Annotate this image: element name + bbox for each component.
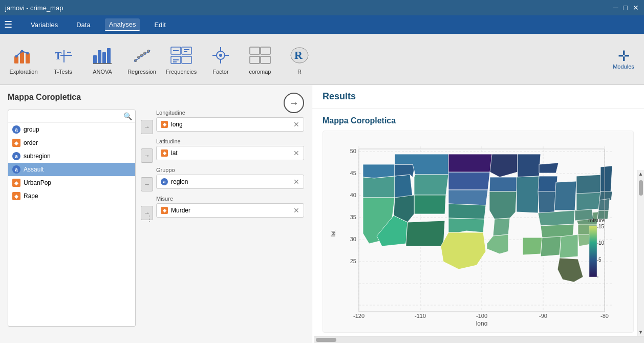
modules-button[interactable]: ✛ Modules [608,37,639,81]
variable-name: subregion [24,153,51,160]
svg-point-4 [21,50,24,52]
scroll-thumb[interactable] [639,180,643,196]
variable-name: group [24,126,39,133]
hamburger-menu[interactable]: ☰ [4,19,12,30]
search-icon[interactable]: 🔍 [123,112,132,120]
svg-marker-75 [414,175,448,195]
svg-text:misure: misure [588,217,605,223]
field-row-latitudine: → Latitudine ◆ lat ✕ [141,138,304,163]
variable-name: Assault [24,166,44,173]
menu-edit[interactable]: Edit [150,19,169,31]
toolbar-exploration[interactable]: Exploration [5,37,42,81]
chart-title: Mappa Coropletica [323,116,634,125]
results-header: Results [312,85,644,109]
minimize-button[interactable]: ─ [613,4,618,12]
svg-text:40: 40 [350,192,356,198]
svg-marker-76 [414,195,446,214]
toolbar-frequencies[interactable]: Frequencies [163,37,200,81]
drag-handle: ⋮ [147,214,152,224]
frequencies-icon [170,44,192,67]
scroll-down-button[interactable]: ▼ [637,328,644,336]
run-button[interactable]: → [284,93,304,113]
horizontal-scrollbar[interactable] [314,336,644,343]
maximize-button[interactable]: □ [624,4,628,12]
field-label-latitudine: Latitudine [156,138,304,144]
field-row-misure: → Misure ◆ Murder ✕ [141,196,304,220]
menu-analyses[interactable]: Analyses [105,18,140,31]
field-box-latitudine: ◆ lat ✕ [156,146,304,160]
svg-text:5: 5 [598,257,602,263]
svg-rect-12 [102,52,106,63]
menu-data[interactable]: Data [72,19,94,31]
svg-marker-82 [448,190,488,205]
svg-text:30: 30 [350,236,356,242]
variable-name: order [24,139,38,146]
ttests-icon: T [52,44,74,67]
svg-marker-108 [576,175,602,194]
svg-marker-89 [493,218,510,236]
scrollbar-thumb[interactable] [316,338,336,342]
list-item[interactable]: ◆ UrbanPop [8,176,135,189]
regression-label: Regression [127,69,156,75]
field-container-gruppo: Gruppo a region ✕ [156,167,304,189]
ttests-label: T-Tests [54,69,72,75]
field-container-misure: Misure ◆ Murder ✕ [156,196,304,218]
panel-title: Mappa Coropletica [8,93,304,102]
field-remove-longitudine[interactable]: ✕ [293,120,299,128]
coromap-label: coromap [249,69,271,75]
var-type-icon: ◆ [12,179,20,187]
scroll-up-button[interactable]: ▲ [637,170,644,178]
list-item[interactable]: a group [8,123,135,136]
field-remove-latitudine[interactable]: ✕ [293,149,299,157]
svg-text:15: 15 [598,224,605,229]
svg-marker-111 [598,199,610,210]
svg-marker-113 [448,154,492,172]
list-item[interactable]: a subregion [8,149,135,163]
svg-rect-37 [261,47,270,54]
svg-marker-100 [541,237,561,256]
svg-marker-69 [363,164,395,178]
arrow-latitudine[interactable]: → [141,148,153,163]
svg-text:35: 35 [350,214,356,220]
menu-variables[interactable]: Variables [27,19,62,31]
vertical-scrollbar[interactable]: ▲ ▼ [637,170,644,336]
field-var-icon: ◆ [161,207,168,214]
field-container-longitudine: Longitudine ◆ long ✕ [156,110,304,132]
list-item[interactable]: ◆ order [8,136,135,149]
results-title: Results [323,91,634,102]
map-svg: 50 45 40 35 30 25 -120 -110 -100 -90 -80… [328,136,630,326]
arrow-longitudine[interactable]: → [141,120,153,134]
r-icon: R [288,44,311,67]
toolbar-r[interactable]: R R [281,37,318,81]
field-remove-misure[interactable]: ✕ [293,206,299,215]
field-value-gruppo: region [171,178,188,185]
svg-marker-91 [518,154,541,177]
toolbar-regression[interactable]: Regression [123,37,160,81]
window-controls: ─ □ ✕ [613,4,639,12]
close-button[interactable]: ✕ [633,4,639,12]
modules-label: Modules [613,63,634,70]
toolbar-factor[interactable]: Factor [202,37,239,81]
list-item[interactable]: ◆ Rape [8,189,135,203]
left-panel: Mappa Coropletica → 🔍 a group ◆ order a … [0,85,312,343]
variables-list: 🔍 a group ◆ order a subregion a Assault [8,110,136,327]
svg-text:long: long [476,320,488,326]
field-label-misure: Misure [156,196,304,202]
svg-marker-92 [517,176,539,213]
variables-list-header: 🔍 [8,110,135,123]
svg-text:45: 45 [350,170,356,176]
var-type-icon: ◆ [12,139,20,147]
field-remove-gruppo[interactable]: ✕ [293,178,299,186]
svg-text:-90: -90 [539,313,547,319]
svg-text:R: R [294,49,303,61]
toolbar-ttests[interactable]: T T-Tests [45,37,81,81]
arrow-gruppo[interactable]: → [141,177,153,191]
toolbar-coromap[interactable]: coromap [242,37,278,81]
svg-rect-38 [250,56,260,63]
r-label: R [297,69,302,75]
list-item[interactable]: a Assault [8,163,135,176]
svg-point-5 [27,52,29,54]
field-box-longitudine: ◆ long ✕ [156,117,304,132]
svg-marker-109 [600,166,612,192]
toolbar-anova[interactable]: ANOVA [84,37,121,81]
